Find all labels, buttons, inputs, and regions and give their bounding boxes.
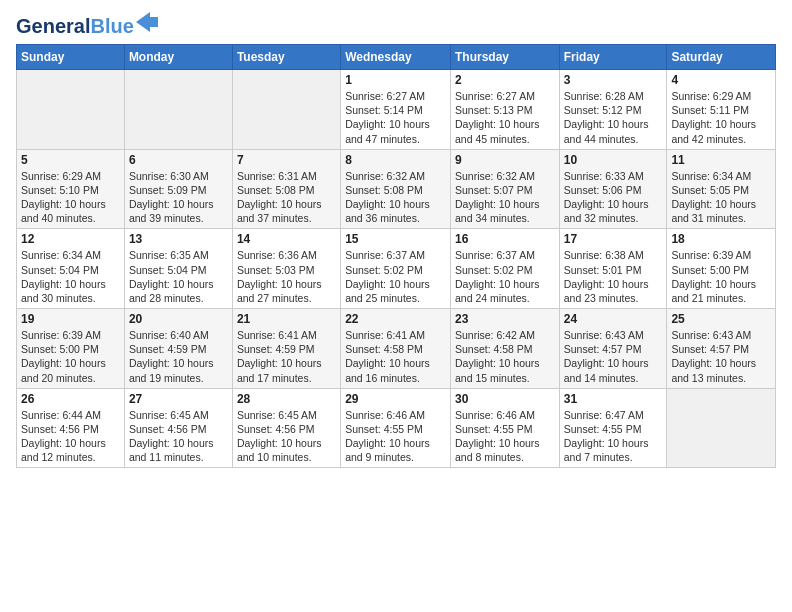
day-info: Sunrise: 6:33 AM Sunset: 5:06 PM Dayligh… [564, 169, 663, 226]
day-number: 25 [671, 312, 771, 326]
day-info: Sunrise: 6:44 AM Sunset: 4:56 PM Dayligh… [21, 408, 120, 465]
day-number: 16 [455, 232, 555, 246]
page-header: GeneralBlue [16, 16, 776, 36]
calendar-cell: 1Sunrise: 6:27 AM Sunset: 5:14 PM Daylig… [341, 70, 451, 150]
calendar-cell: 29Sunrise: 6:46 AM Sunset: 4:55 PM Dayli… [341, 388, 451, 468]
calendar-cell: 20Sunrise: 6:40 AM Sunset: 4:59 PM Dayli… [124, 309, 232, 389]
logo-icon [136, 12, 158, 32]
day-info: Sunrise: 6:45 AM Sunset: 4:56 PM Dayligh… [237, 408, 336, 465]
calendar-cell: 16Sunrise: 6:37 AM Sunset: 5:02 PM Dayli… [450, 229, 559, 309]
day-info: Sunrise: 6:32 AM Sunset: 5:08 PM Dayligh… [345, 169, 446, 226]
calendar-cell: 13Sunrise: 6:35 AM Sunset: 5:04 PM Dayli… [124, 229, 232, 309]
day-info: Sunrise: 6:40 AM Sunset: 4:59 PM Dayligh… [129, 328, 228, 385]
day-number: 26 [21, 392, 120, 406]
calendar-week-row: 5Sunrise: 6:29 AM Sunset: 5:10 PM Daylig… [17, 149, 776, 229]
calendar-cell: 30Sunrise: 6:46 AM Sunset: 4:55 PM Dayli… [450, 388, 559, 468]
logo-text: GeneralBlue [16, 16, 134, 36]
calendar-cell [667, 388, 776, 468]
day-number: 30 [455, 392, 555, 406]
day-info: Sunrise: 6:31 AM Sunset: 5:08 PM Dayligh… [237, 169, 336, 226]
day-number: 18 [671, 232, 771, 246]
calendar-table: SundayMondayTuesdayWednesdayThursdayFrid… [16, 44, 776, 468]
day-number: 3 [564, 73, 663, 87]
day-number: 2 [455, 73, 555, 87]
weekday-header-saturday: Saturday [667, 45, 776, 70]
day-number: 6 [129, 153, 228, 167]
calendar-cell: 19Sunrise: 6:39 AM Sunset: 5:00 PM Dayli… [17, 309, 125, 389]
calendar-cell: 4Sunrise: 6:29 AM Sunset: 5:11 PM Daylig… [667, 70, 776, 150]
day-info: Sunrise: 6:34 AM Sunset: 5:05 PM Dayligh… [671, 169, 771, 226]
calendar-cell [17, 70, 125, 150]
day-info: Sunrise: 6:32 AM Sunset: 5:07 PM Dayligh… [455, 169, 555, 226]
day-number: 15 [345, 232, 446, 246]
calendar-cell: 10Sunrise: 6:33 AM Sunset: 5:06 PM Dayli… [559, 149, 667, 229]
calendar-header-row: SundayMondayTuesdayWednesdayThursdayFrid… [17, 45, 776, 70]
weekday-header-monday: Monday [124, 45, 232, 70]
day-info: Sunrise: 6:28 AM Sunset: 5:12 PM Dayligh… [564, 89, 663, 146]
day-number: 21 [237, 312, 336, 326]
day-number: 4 [671, 73, 771, 87]
day-info: Sunrise: 6:39 AM Sunset: 5:00 PM Dayligh… [671, 248, 771, 305]
weekday-header-wednesday: Wednesday [341, 45, 451, 70]
calendar-cell: 17Sunrise: 6:38 AM Sunset: 5:01 PM Dayli… [559, 229, 667, 309]
calendar-cell: 12Sunrise: 6:34 AM Sunset: 5:04 PM Dayli… [17, 229, 125, 309]
calendar-cell: 26Sunrise: 6:44 AM Sunset: 4:56 PM Dayli… [17, 388, 125, 468]
day-number: 9 [455, 153, 555, 167]
svg-marker-0 [136, 12, 158, 32]
calendar-cell [232, 70, 340, 150]
calendar-cell: 21Sunrise: 6:41 AM Sunset: 4:59 PM Dayli… [232, 309, 340, 389]
calendar-cell [124, 70, 232, 150]
calendar-cell: 24Sunrise: 6:43 AM Sunset: 4:57 PM Dayli… [559, 309, 667, 389]
calendar-cell: 5Sunrise: 6:29 AM Sunset: 5:10 PM Daylig… [17, 149, 125, 229]
day-number: 1 [345, 73, 446, 87]
day-info: Sunrise: 6:43 AM Sunset: 4:57 PM Dayligh… [671, 328, 771, 385]
day-info: Sunrise: 6:46 AM Sunset: 4:55 PM Dayligh… [345, 408, 446, 465]
calendar-cell: 7Sunrise: 6:31 AM Sunset: 5:08 PM Daylig… [232, 149, 340, 229]
day-info: Sunrise: 6:41 AM Sunset: 4:58 PM Dayligh… [345, 328, 446, 385]
calendar-week-row: 12Sunrise: 6:34 AM Sunset: 5:04 PM Dayli… [17, 229, 776, 309]
day-number: 5 [21, 153, 120, 167]
calendar-cell: 31Sunrise: 6:47 AM Sunset: 4:55 PM Dayli… [559, 388, 667, 468]
weekday-header-thursday: Thursday [450, 45, 559, 70]
calendar-cell: 14Sunrise: 6:36 AM Sunset: 5:03 PM Dayli… [232, 229, 340, 309]
day-number: 23 [455, 312, 555, 326]
calendar-cell: 2Sunrise: 6:27 AM Sunset: 5:13 PM Daylig… [450, 70, 559, 150]
day-number: 11 [671, 153, 771, 167]
day-info: Sunrise: 6:30 AM Sunset: 5:09 PM Dayligh… [129, 169, 228, 226]
day-info: Sunrise: 6:39 AM Sunset: 5:00 PM Dayligh… [21, 328, 120, 385]
day-number: 17 [564, 232, 663, 246]
day-info: Sunrise: 6:41 AM Sunset: 4:59 PM Dayligh… [237, 328, 336, 385]
day-info: Sunrise: 6:27 AM Sunset: 5:14 PM Dayligh… [345, 89, 446, 146]
day-info: Sunrise: 6:38 AM Sunset: 5:01 PM Dayligh… [564, 248, 663, 305]
day-number: 24 [564, 312, 663, 326]
calendar-week-row: 1Sunrise: 6:27 AM Sunset: 5:14 PM Daylig… [17, 70, 776, 150]
calendar-week-row: 26Sunrise: 6:44 AM Sunset: 4:56 PM Dayli… [17, 388, 776, 468]
day-number: 28 [237, 392, 336, 406]
day-number: 29 [345, 392, 446, 406]
day-number: 20 [129, 312, 228, 326]
day-info: Sunrise: 6:42 AM Sunset: 4:58 PM Dayligh… [455, 328, 555, 385]
calendar-cell: 23Sunrise: 6:42 AM Sunset: 4:58 PM Dayli… [450, 309, 559, 389]
day-info: Sunrise: 6:36 AM Sunset: 5:03 PM Dayligh… [237, 248, 336, 305]
weekday-header-sunday: Sunday [17, 45, 125, 70]
calendar-cell: 11Sunrise: 6:34 AM Sunset: 5:05 PM Dayli… [667, 149, 776, 229]
day-info: Sunrise: 6:47 AM Sunset: 4:55 PM Dayligh… [564, 408, 663, 465]
calendar-cell: 3Sunrise: 6:28 AM Sunset: 5:12 PM Daylig… [559, 70, 667, 150]
day-number: 14 [237, 232, 336, 246]
day-number: 22 [345, 312, 446, 326]
day-number: 31 [564, 392, 663, 406]
calendar-cell: 28Sunrise: 6:45 AM Sunset: 4:56 PM Dayli… [232, 388, 340, 468]
calendar-cell: 15Sunrise: 6:37 AM Sunset: 5:02 PM Dayli… [341, 229, 451, 309]
day-info: Sunrise: 6:29 AM Sunset: 5:11 PM Dayligh… [671, 89, 771, 146]
day-info: Sunrise: 6:37 AM Sunset: 5:02 PM Dayligh… [455, 248, 555, 305]
day-number: 10 [564, 153, 663, 167]
weekday-header-tuesday: Tuesday [232, 45, 340, 70]
weekday-header-friday: Friday [559, 45, 667, 70]
day-number: 12 [21, 232, 120, 246]
day-info: Sunrise: 6:35 AM Sunset: 5:04 PM Dayligh… [129, 248, 228, 305]
calendar-cell: 22Sunrise: 6:41 AM Sunset: 4:58 PM Dayli… [341, 309, 451, 389]
calendar-cell: 8Sunrise: 6:32 AM Sunset: 5:08 PM Daylig… [341, 149, 451, 229]
day-number: 7 [237, 153, 336, 167]
day-info: Sunrise: 6:27 AM Sunset: 5:13 PM Dayligh… [455, 89, 555, 146]
day-number: 19 [21, 312, 120, 326]
